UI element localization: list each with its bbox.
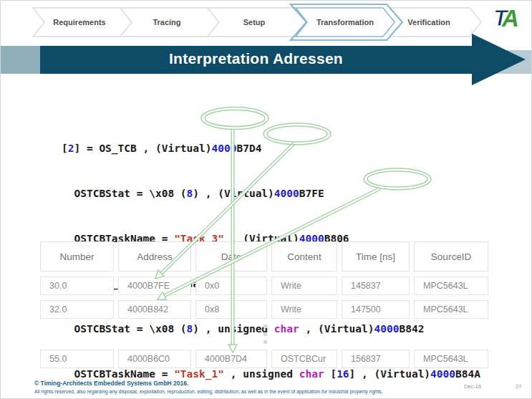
cell: Write (271, 300, 337, 319)
cell: 147500 (342, 300, 410, 319)
cell: MPC5643L (414, 350, 488, 368)
header-cell-sourceid: SourceID (414, 241, 488, 271)
cell: 145837 (342, 277, 410, 295)
footer-rights: All rights reserved, also regarding any … (34, 389, 382, 394)
cell: 4000B7FE (118, 277, 191, 295)
code-line: OSTCBStat = \x08 (8) , (Virtual)4000B7FE (62, 186, 480, 201)
code-line: [2] = OS_TCB , (Virtual)4000B7D4 (62, 141, 480, 156)
header-cell-time: Time [ns] (342, 241, 410, 271)
code-line: OSTCBStat = \x08 (8) , unsigned char , (… (62, 322, 480, 337)
cell: 0x0 (195, 277, 267, 295)
code-token: B84A (455, 368, 480, 380)
code-token: 4000 (212, 143, 237, 154)
cell: MPC5643L (414, 277, 488, 295)
code-token: 4000 (374, 323, 400, 335)
table-row: 55.0 4000B6C0 4000B7D4 OSTCBCur 156837 M… (40, 350, 488, 368)
cell: 30.0 (40, 277, 114, 295)
slide: Requirements Tracing Setup Verification … (0, 0, 532, 399)
nav-step-label: Requirements (53, 18, 105, 27)
cell: OSTCBCur (271, 350, 337, 368)
header-cell-date: Date (195, 241, 267, 271)
cell: 4000B7D4 (195, 350, 267, 368)
code-token: "Task_1" (174, 368, 224, 380)
nav-step-label: Transformation (316, 18, 374, 27)
code-token: char (274, 323, 299, 335)
cell: 0x8 (195, 300, 267, 319)
table-row: 32.0 4000B842 0x8 Write 147500 MPC5643L (40, 300, 488, 319)
header-cell-content: Content (271, 241, 337, 271)
header-cell-number: Number (40, 241, 114, 271)
code-token: ) , (Virtual) (193, 188, 274, 199)
banner-left-block (1, 46, 40, 74)
process-nav: Requirements Tracing Setup Verification … (1, 1, 532, 44)
nav-step-setup: Setup (208, 8, 306, 37)
code-token: ) , unsigned (193, 323, 274, 335)
table-header-row: Number Address Date Content Time [ns] So… (40, 241, 488, 271)
code-token: OSTCBStat = \x08 ( (62, 188, 187, 199)
banner-arrow-icon (472, 34, 526, 85)
nav-step-label: Verification (407, 18, 450, 27)
code-token: char (299, 368, 324, 380)
code-token: , unsigned (224, 368, 299, 380)
code-token: 16 (337, 368, 349, 380)
code-token: OSTCBStat = \x08 ( (62, 323, 187, 335)
slide-title: Interpretation Adressen (40, 50, 472, 67)
nav-step-requirements: Requirements (33, 8, 132, 37)
code-token: , (Virtual) (299, 323, 374, 335)
cell: 4000B6C0 (118, 350, 191, 368)
code-token: ] , (Virtual) (349, 368, 431, 380)
footer-copyright: © Timing-Architects Embedded Systems Gmb… (34, 380, 188, 387)
cell: 156837 (342, 350, 410, 368)
cell: 4000B842 (118, 300, 191, 319)
nav-step-label: Tracing (153, 18, 180, 27)
cell: 32.0 (40, 300, 114, 319)
header-cell-address: Address (118, 241, 191, 271)
code-token: OSTCBTaskName = (62, 368, 174, 380)
code-token: B7D4 (236, 143, 261, 154)
code-token: 4000 (430, 368, 455, 380)
code-token: 4000 (274, 188, 299, 199)
footer-date: Dec-16 (464, 383, 481, 390)
code-token: B7FE (299, 188, 324, 199)
cell: MPC5643L (414, 300, 488, 319)
code-token: [ (324, 368, 337, 380)
cell: Write (271, 277, 337, 295)
table-row: 30.0 4000B7FE 0x0 Write 145837 MPC5643L (40, 277, 488, 295)
nav-step-tracing: Tracing (120, 8, 219, 37)
code-token: [ (62, 143, 68, 154)
nav-step-label: Setup (243, 18, 266, 27)
code-token: ] = OS_TCB , (Virtual) (74, 143, 211, 154)
ta-logo: A T (493, 5, 526, 31)
code-token: B842 (399, 323, 424, 335)
ellipsis-dots (263, 325, 267, 348)
cell: 55.0 (40, 350, 114, 368)
footer-page-number: 27 (516, 383, 521, 390)
logo-letter-t: T (493, 5, 509, 31)
nav-step-transformation-active: Transformation (291, 4, 402, 40)
